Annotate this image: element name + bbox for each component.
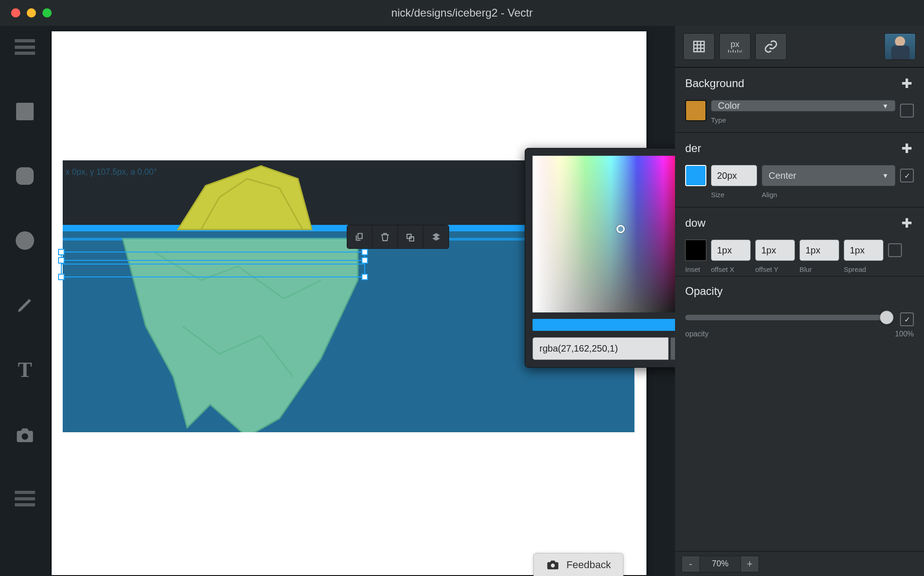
- zoom-in-button[interactable]: +: [740, 556, 759, 572]
- units-label: px: [730, 40, 739, 49]
- shadow-color-swatch[interactable]: [685, 240, 706, 261]
- delete-button[interactable]: [373, 225, 398, 248]
- trash-icon: [380, 232, 390, 242]
- add-border-button[interactable]: ✚: [899, 141, 914, 156]
- opacity-slider[interactable]: [685, 315, 893, 320]
- selection-toolbar: [347, 225, 449, 249]
- grid-toggle-button[interactable]: [683, 33, 715, 60]
- background-color-swatch[interactable]: [685, 100, 706, 121]
- left-toolbar: T: [0, 26, 50, 576]
- color-picker-popover: ▼: [525, 148, 675, 368]
- field-label: offset Y: [755, 265, 795, 273]
- feedback-label: Feedback: [566, 559, 611, 571]
- rectangle-tool[interactable]: [11, 98, 39, 125]
- hamburger-icon: [15, 39, 35, 55]
- add-shadow-button[interactable]: ✚: [899, 216, 914, 230]
- share-link-button[interactable]: [755, 33, 787, 60]
- canvas-area[interactable]: x 0px, y 107.5px, a 0.00°: [50, 26, 675, 576]
- hue-slider[interactable]: [533, 319, 675, 331]
- menu-button[interactable]: [11, 33, 39, 61]
- chevron-down-icon: ▼: [882, 102, 888, 110]
- resize-handle[interactable]: [361, 249, 368, 255]
- zoom-value[interactable]: 70%: [700, 556, 740, 572]
- resize-handle[interactable]: [361, 257, 368, 264]
- layers-button[interactable]: [11, 485, 39, 512]
- shadow-offsetx-input[interactable]: 1px: [711, 240, 751, 261]
- section-title: Opacity: [685, 285, 723, 298]
- duplicate-button[interactable]: [398, 225, 423, 248]
- copy-icon: [355, 232, 365, 242]
- add-background-button[interactable]: ✚: [899, 76, 914, 91]
- slider-thumb[interactable]: [880, 311, 894, 324]
- shadow-blur-input[interactable]: 1px: [800, 240, 839, 261]
- border-color-swatch[interactable]: [685, 165, 706, 186]
- layers-order-button[interactable]: [423, 225, 449, 248]
- inspector-panel: px Background ✚: [675, 26, 924, 576]
- chevron-down-icon: ▼: [882, 172, 888, 179]
- feedback-button[interactable]: Feedback: [533, 553, 623, 576]
- field-label: offset X: [711, 265, 751, 273]
- color-format-dropdown[interactable]: ▼: [670, 337, 675, 360]
- section-title-partial: der: [685, 142, 701, 155]
- opacity-visible-checkbox[interactable]: ✓: [900, 312, 914, 326]
- background-visible-checkbox[interactable]: [900, 104, 914, 118]
- ellipse-tool[interactable]: [11, 227, 39, 254]
- border-section: der ✚ 20px Size Center ▼: [675, 132, 924, 207]
- border-size-input[interactable]: 20px: [711, 165, 757, 186]
- text-tool[interactable]: T: [11, 356, 39, 383]
- link-icon: [764, 39, 778, 54]
- pencil-icon: [16, 296, 34, 314]
- resize-handle[interactable]: [58, 257, 65, 264]
- text-icon: T: [18, 358, 32, 382]
- coordinates-label: x 0px, y 107.5px, a 0.00°: [65, 167, 157, 177]
- maximize-window-button[interactable]: [42, 8, 52, 18]
- color-value-input[interactable]: [533, 337, 669, 360]
- shadow-offsety-input[interactable]: 1px: [755, 240, 795, 261]
- ruler-icon: [728, 49, 742, 53]
- saturation-value-area[interactable]: [533, 156, 675, 312]
- copy-button[interactable]: [347, 225, 373, 248]
- resize-handle[interactable]: [361, 274, 368, 280]
- field-label: Align: [762, 191, 895, 199]
- close-window-button[interactable]: [11, 8, 20, 18]
- field-label: Type: [711, 116, 895, 124]
- user-avatar[interactable]: [884, 33, 916, 60]
- section-title: Background: [685, 77, 744, 90]
- field-label: Inset: [685, 265, 706, 273]
- grid-icon: [692, 40, 706, 53]
- opacity-value: 100%: [895, 330, 914, 338]
- rounded-rectangle-tool[interactable]: [11, 162, 39, 190]
- window-title: nick/designs/iceberg2 - Vectr: [391, 6, 533, 19]
- image-tool[interactable]: [11, 420, 39, 448]
- background-type-dropdown[interactable]: Color ▼: [711, 100, 895, 112]
- border-align-dropdown[interactable]: Center ▼: [762, 165, 895, 186]
- units-button[interactable]: px: [719, 33, 751, 60]
- pencil-tool[interactable]: [11, 291, 39, 319]
- opacity-section: Opacity ✓ opacity 100%: [675, 276, 924, 347]
- square-icon: [16, 103, 34, 120]
- zoom-out-button[interactable]: -: [681, 556, 700, 572]
- stack-icon: [405, 232, 416, 242]
- minimize-window-button[interactable]: [27, 8, 36, 18]
- rounded-square-icon: [16, 167, 34, 185]
- zoom-controls: - 70% +: [675, 551, 924, 576]
- svg-marker-3: [178, 166, 312, 229]
- selection-outline[interactable]: [61, 252, 365, 261]
- selection-outline-secondary[interactable]: [61, 264, 365, 277]
- opacity-label: opacity: [685, 330, 709, 338]
- shadow-visible-checkbox[interactable]: [888, 243, 902, 257]
- field-label: Blur: [800, 265, 839, 273]
- color-cursor[interactable]: [616, 225, 625, 233]
- window-controls: [11, 8, 52, 18]
- camera-icon: [15, 426, 35, 442]
- shadow-section: dow ✚ Inset 1px offset X 1px offset Y: [675, 207, 924, 276]
- title-bar: nick/designs/iceberg2 - Vectr: [0, 0, 924, 26]
- shadow-spread-input[interactable]: 1px: [844, 240, 883, 261]
- resize-handle[interactable]: [58, 274, 65, 280]
- inspector-top-bar: px: [675, 26, 924, 67]
- list-icon: [15, 491, 35, 506]
- field-label: Size: [711, 191, 757, 199]
- dropdown-value: Color: [718, 100, 740, 111]
- border-visible-checkbox[interactable]: ✓: [900, 169, 914, 182]
- resize-handle[interactable]: [58, 249, 65, 255]
